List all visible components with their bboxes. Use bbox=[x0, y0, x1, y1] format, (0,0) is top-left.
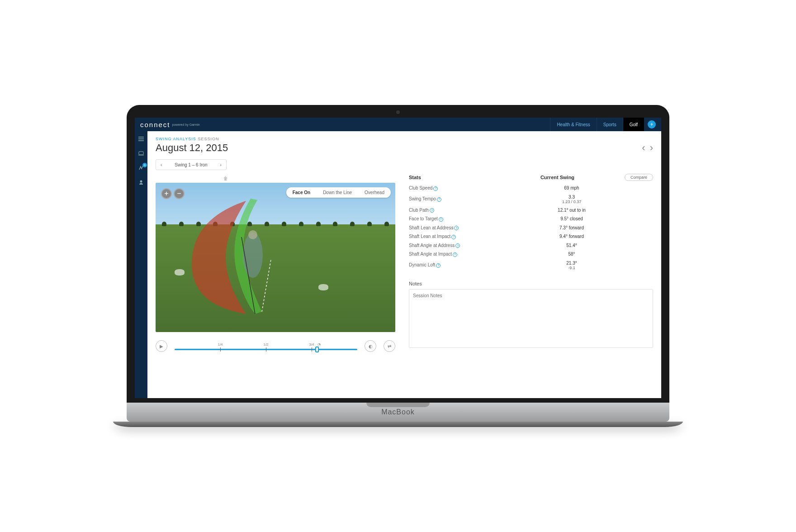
info-icon[interactable]: ? bbox=[439, 217, 443, 222]
breadcrumb: SWING ANALYSIS SESSION bbox=[156, 137, 653, 141]
stat-label: Shaft Lean at Address? bbox=[409, 225, 490, 231]
speed-button[interactable]: ◐ bbox=[365, 340, 376, 352]
trash-icon[interactable]: 🗑 bbox=[223, 176, 228, 181]
timeline-marker-icon: ◔ bbox=[317, 342, 321, 347]
stat-value: 69 mph bbox=[490, 185, 653, 190]
info-icon[interactable]: ? bbox=[454, 226, 459, 230]
stat-row: Shaft Angle at Address?51.4° bbox=[409, 241, 653, 250]
stat-row: Shaft Angle at Impact?58° bbox=[409, 250, 653, 259]
swing-visualization[interactable]: + − Face On Down the Line Overhead bbox=[156, 183, 395, 332]
nav-sports[interactable]: Sports bbox=[597, 118, 623, 131]
stat-label: Dynamic Loft? bbox=[409, 262, 490, 268]
topbar: connect powered by Garmin Health & Fitne… bbox=[135, 118, 661, 131]
breadcrumb-section[interactable]: SWING ANALYSIS bbox=[156, 137, 196, 141]
stat-row: Dynamic Loft?21.3°-9.1 bbox=[409, 259, 653, 272]
laptop-brand: MacBook bbox=[381, 408, 415, 416]
stats-header-label: Stats bbox=[409, 175, 490, 180]
camera-icon bbox=[396, 110, 400, 114]
nav-health-fitness[interactable]: Health & Fitness bbox=[550, 118, 596, 131]
page-title-row: August 12, 2015 ‹ › bbox=[156, 142, 653, 154]
stat-value: 21.3°-9.1 bbox=[490, 261, 653, 270]
nav-golf[interactable]: Golf bbox=[623, 118, 644, 131]
timeline-q3: 3/4 bbox=[309, 342, 314, 347]
add-button[interactable]: + bbox=[648, 120, 656, 128]
app-screen: connect powered by Garmin Health & Fitne… bbox=[135, 118, 661, 398]
stat-value: 9.4° forward bbox=[490, 234, 653, 239]
next-swing-icon[interactable]: › bbox=[216, 162, 226, 167]
info-icon[interactable]: ? bbox=[437, 197, 441, 202]
playback-timeline: ▶ 1/4 1/2 3/4 ◔ bbox=[156, 340, 395, 352]
next-session-icon[interactable]: › bbox=[650, 142, 653, 154]
loop-button[interactable]: ⇄ bbox=[384, 340, 395, 352]
stat-row: Club Path?12.1° out to in bbox=[409, 206, 653, 215]
swing-arc-graphic bbox=[183, 192, 282, 318]
view-tabs: Face On Down the Line Overhead bbox=[286, 187, 391, 198]
svg-point-1 bbox=[140, 180, 142, 183]
prev-session-icon[interactable]: ‹ bbox=[642, 142, 645, 154]
zoom-out-icon[interactable]: − bbox=[174, 188, 185, 199]
stat-label: Face to Target? bbox=[409, 216, 490, 222]
stat-value: 7.3° forward bbox=[490, 225, 653, 230]
swing-selector: ‹ Swing 1 – 6 Iron › bbox=[156, 159, 227, 170]
sidebar: 0 bbox=[135, 131, 147, 398]
zoom-in-icon[interactable]: + bbox=[161, 188, 172, 199]
stats-table: Club Speed?69 mphSwing Tempo?3.31.23 / 0… bbox=[409, 184, 653, 272]
stat-row: Face to Target?9.5° closed bbox=[409, 214, 653, 223]
stat-value: 51.4° bbox=[490, 243, 653, 248]
svg-rect-0 bbox=[139, 152, 143, 155]
breadcrumb-sub: SESSION bbox=[198, 137, 219, 141]
svg-point-3 bbox=[248, 230, 257, 239]
stat-subvalue: 1.23 / 0.37 bbox=[490, 200, 653, 204]
notes-textarea[interactable] bbox=[409, 289, 653, 348]
stat-row: Shaft Lean at Impact?9.4° forward bbox=[409, 232, 653, 241]
brand-tagline: powered by Garmin bbox=[172, 123, 200, 126]
stat-label: Club Path? bbox=[409, 208, 490, 213]
tab-face-on[interactable]: Face On bbox=[286, 187, 317, 198]
stat-row: Swing Tempo?3.31.23 / 0.37 bbox=[409, 193, 653, 206]
stat-subvalue: -9.1 bbox=[490, 266, 653, 270]
stat-row: Shaft Lean at Address?7.3° forward bbox=[409, 223, 653, 233]
play-button[interactable]: ▶ bbox=[156, 340, 167, 352]
stat-value: 9.5° closed bbox=[490, 216, 653, 221]
profile-icon[interactable] bbox=[138, 179, 144, 185]
stat-label: Shaft Angle at Address? bbox=[409, 243, 490, 248]
compare-button[interactable]: Compare bbox=[625, 174, 653, 181]
stat-label: Shaft Lean at Impact? bbox=[409, 234, 490, 239]
notes-label: Notes bbox=[409, 281, 653, 286]
stats-header: Stats Current Swing Compare bbox=[409, 174, 653, 184]
laptop-frame: connect powered by Garmin Health & Fitne… bbox=[127, 105, 669, 427]
stat-value: 3.31.23 / 0.37 bbox=[490, 195, 653, 204]
info-icon[interactable]: ? bbox=[453, 252, 457, 257]
menu-icon[interactable] bbox=[138, 136, 144, 142]
stat-label: Club Speed? bbox=[409, 185, 490, 191]
timeline-track[interactable] bbox=[175, 349, 357, 350]
page-title: August 12, 2015 bbox=[156, 142, 228, 154]
activity-badge: 0 bbox=[142, 163, 147, 167]
swing-label: Swing 1 – 6 Iron bbox=[166, 162, 215, 167]
svg-line-4 bbox=[262, 260, 271, 312]
stat-label: Shaft Angle at Impact? bbox=[409, 252, 490, 257]
stats-header-current: Current Swing bbox=[490, 175, 625, 180]
info-icon[interactable]: ? bbox=[451, 235, 456, 239]
timeline-handle[interactable] bbox=[315, 347, 319, 352]
activity-icon[interactable]: 0 bbox=[138, 165, 144, 171]
laptop-base: MacBook bbox=[127, 403, 669, 422]
stat-value: 58° bbox=[490, 252, 653, 256]
info-icon[interactable]: ? bbox=[430, 208, 434, 213]
info-icon[interactable]: ? bbox=[436, 263, 441, 268]
screen-bezel: connect powered by Garmin Health & Fitne… bbox=[127, 105, 669, 403]
prev-swing-icon[interactable]: ‹ bbox=[156, 162, 166, 167]
stat-row: Club Speed?69 mph bbox=[409, 184, 653, 193]
timeline-q2: 1/2 bbox=[263, 342, 268, 347]
stat-label: Swing Tempo? bbox=[409, 196, 490, 202]
tab-overhead[interactable]: Overhead bbox=[358, 187, 391, 198]
brand-logo: connect bbox=[140, 121, 171, 128]
laptop-foot bbox=[113, 422, 683, 427]
timeline-q1: 1/4 bbox=[218, 342, 223, 347]
info-icon[interactable]: ? bbox=[433, 186, 438, 191]
stat-value: 12.1° out to in bbox=[490, 208, 653, 213]
info-icon[interactable]: ? bbox=[455, 243, 460, 248]
tab-down-the-line[interactable]: Down the Line bbox=[317, 187, 358, 198]
main-content: SWING ANALYSIS SESSION August 12, 2015 ‹… bbox=[147, 131, 661, 398]
device-icon[interactable] bbox=[138, 150, 144, 157]
